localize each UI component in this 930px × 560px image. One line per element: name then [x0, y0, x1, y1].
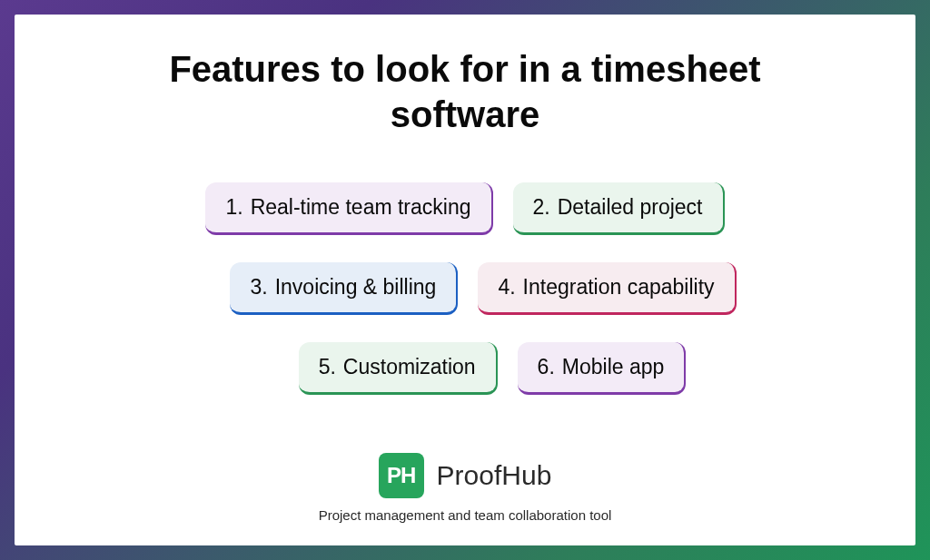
feature-item: 3. Invoicing & billing — [230, 262, 458, 315]
feature-label: Customization — [343, 355, 476, 379]
feature-label: Mobile app — [562, 355, 665, 379]
tagline: Project management and team collaboratio… — [319, 507, 612, 523]
feature-number: 2. — [533, 195, 550, 220]
feature-row: 5. Customization 6. Mobile app — [244, 342, 687, 395]
feature-number: 3. — [250, 275, 267, 300]
main-container: Features to look for in a timesheet soft… — [15, 15, 915, 545]
feature-number: 6. — [538, 355, 555, 379]
feature-row: 3. Invoicing & billing 4. Integration ca… — [193, 262, 736, 315]
footer: PH ProofHub Project management and team … — [319, 453, 612, 523]
feature-item: 6. Mobile app — [518, 342, 687, 395]
page-title: Features to look for in a timesheet soft… — [147, 46, 783, 137]
feature-number: 1. — [225, 195, 242, 220]
feature-label: Detailed project — [558, 195, 703, 220]
logo-text: ProofHub — [437, 460, 552, 491]
features-list: 1. Real-time team tracking 2. Detailed p… — [193, 182, 736, 395]
feature-number: 5. — [319, 355, 336, 379]
logo: PH ProofHub — [379, 453, 552, 498]
feature-number: 4. — [498, 275, 515, 300]
logo-icon: PH — [379, 453, 424, 498]
feature-row: 1. Real-time team tracking 2. Detailed p… — [205, 182, 724, 235]
feature-item: 4. Integration capability — [478, 262, 736, 315]
feature-label: Integration capability — [523, 275, 715, 300]
feature-item: 5. Customization — [299, 342, 498, 395]
feature-label: Real-time team tracking — [251, 195, 471, 220]
feature-item: 2. Detailed project — [513, 182, 725, 235]
feature-item: 1. Real-time team tracking — [205, 182, 492, 235]
feature-label: Invoicing & billing — [275, 275, 437, 300]
